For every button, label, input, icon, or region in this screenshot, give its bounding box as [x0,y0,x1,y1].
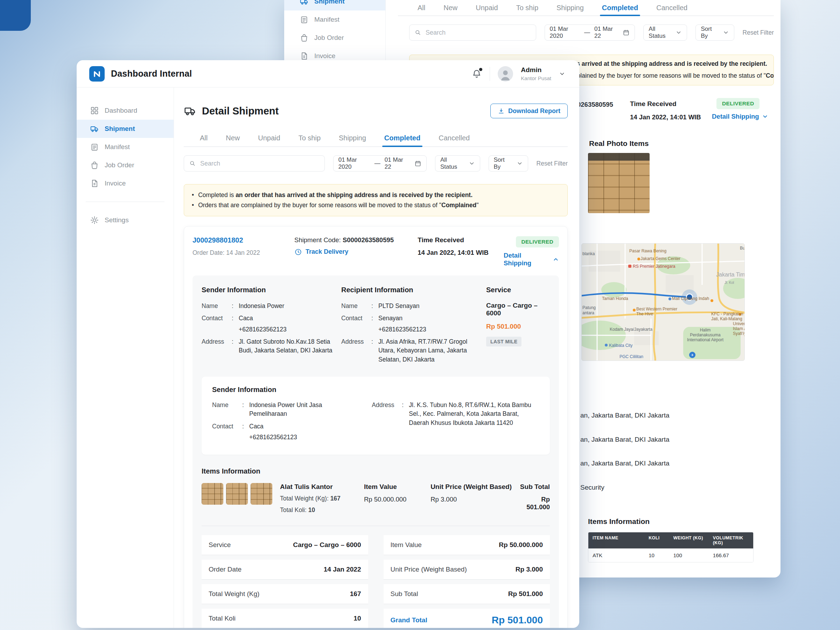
items-information-title: Items Information [202,467,550,475]
reset-filter-button[interactable]: Reset Filter [743,29,774,36]
map-label: RS Premier Jatinegara [633,264,675,269]
notifications-bell-icon[interactable] [471,69,482,79]
section-title: Recipient Information [341,286,478,294]
cell-item-name: ATK [588,548,644,562]
sidebar-item-job-order[interactable]: Job Order [77,156,174,174]
item-meta: Alat Tulis Kantor Total Weight (Kg): 167… [280,483,359,514]
chevron-down-icon [516,160,523,167]
item-photo[interactable] [251,483,272,505]
shipment-card: J000298801802 Order Date: 14 Jan 2022 Sh… [184,226,568,628]
filter-bar: 01 Mar 2020 — 01 Mar 22 All Status Sort … [184,155,568,172]
sidebar-item-label: Invoice [314,52,335,60]
sidebar-item-shipment[interactable]: Shipment [284,0,385,11]
item-total-koli: Total Koli: 10 [280,507,359,514]
summary-row: Order Date14 Jan 2022 [202,560,368,579]
tab-to-ship[interactable]: To ship [298,129,321,146]
sidebar-item-label: Job Order [105,161,134,169]
reset-filter-button[interactable]: Reset Filter [537,160,568,167]
map-canvas: ✈ [582,243,745,361]
date-range-picker[interactable]: 01 Mar 2020 — 01 Mar 22 [333,155,427,172]
user-info: Admin Kantor Pusat [521,66,551,81]
map-label: Best Western Premier The Hive [636,306,677,316]
avatar[interactable] [498,66,513,82]
status-filter-select[interactable]: All Status [435,155,480,172]
tab-cancelled[interactable]: Cancelled [439,129,470,146]
sidebar-item-label: Invoice [105,180,126,187]
calendar-icon [414,160,422,167]
table-row: ATK 10 100 166.67 [588,548,753,562]
bg-address-line: an, Jakarta Barat, DKI Jakarta [580,412,669,419]
tab-unpaid[interactable]: Unpaid [258,129,280,146]
date-to: 01 Mar 22 [385,156,410,171]
sidebar-item-job-order[interactable]: Job Order [284,29,385,47]
search-field [409,25,536,41]
item-row: Alat Tulis Kantor Total Weight (Kg): 167… [202,483,550,514]
date-range-picker[interactable]: 01 Mar 2020 — 01 Mar 22 [545,25,635,41]
sidebar-item-shipment[interactable]: Shipment [77,120,174,138]
chevron-up-icon [553,256,559,262]
sidebar-item-manifest[interactable]: Manifest [284,11,385,29]
map-label: Mall Cipinang Indah [672,296,709,301]
tab-new[interactable]: New [226,129,240,146]
gear-icon [90,216,99,225]
section-title: Sender Information [202,286,333,294]
cell-volumetrik: 166.67 [709,548,753,562]
status-filter-value: All Status [440,156,464,171]
bg-status-badge: DELIVERED [717,98,759,109]
tab-shipping[interactable]: Shipping [339,129,366,146]
summary-row: Sub TotalRp 501.000 [384,584,550,604]
tab-shipping[interactable]: Shipping [556,0,584,16]
sidebar-item-settings[interactable]: Settings [77,211,174,229]
tab-cancelled[interactable]: Cancelled [656,0,687,16]
order-number-link[interactable]: J000298801802 [193,236,243,244]
map-label: PGC Cililitan [619,354,643,359]
item-photo[interactable] [202,483,223,505]
tab-completed[interactable]: Completed [602,0,638,16]
tab-all[interactable]: All [200,129,208,146]
sidebar-item-invoice[interactable]: Invoice [77,174,174,193]
bg-detail-shipping-toggle[interactable]: Detail Shipping [712,113,768,120]
app-title: Dashboard Internal [111,69,192,79]
date-separator: — [584,29,590,36]
service-name: Cargo – Cargo – 6000 [486,302,550,317]
tab-to-ship[interactable]: To ship [516,0,538,16]
map-label: Jakarta Gems Center [641,256,681,261]
detail-shipping-toggle[interactable]: Detail Shipping [504,252,559,267]
sidebar-item-manifest[interactable]: Manifest [77,138,174,156]
bg-items-table-header: ITEM NAME KOLI WEIGHT (KG) VOLUMETRIK (K… [588,532,753,548]
sort-by-select[interactable]: Sort By [489,155,528,172]
track-delivery-link[interactable]: Track Delivery [294,248,418,256]
map-label: Kodam Jaya/Jayakarta [610,327,652,332]
real-photo-items-title: Real Photo Items [589,139,649,148]
chevron-down-icon [723,29,729,36]
search-input[interactable] [425,29,531,37]
user-menu-chevron-icon[interactable] [559,71,565,77]
clipboard-icon [300,15,309,24]
sidebar-item-dashboard[interactable]: Dashboard [77,101,174,120]
map-label: Universitas Islam As-Syafi'iyah [733,321,745,336]
search-field [184,155,325,172]
info-row: Address:Jl. K.S. Tubun No.8, RT.6/RW.1, … [372,401,539,427]
real-photo-image[interactable] [588,153,650,213]
tab-all[interactable]: All [418,0,425,16]
delivery-map[interactable]: ✈ blanka Pasar Rawa Bening Jakarta Gems … [581,243,745,361]
status-filter-select[interactable]: All Status [643,25,687,41]
grid-icon [90,106,99,115]
banner-line1: •Completed is an order that has arrived … [192,190,560,200]
bag-icon [300,33,309,43]
map-label: blanka [583,251,595,256]
search-input[interactable] [199,159,319,167]
tab-unpaid[interactable]: Unpaid [476,0,498,16]
sender-detail-card: Sender Information Name:Indonesia Power … [202,377,550,455]
tab-new[interactable]: New [444,0,458,16]
sort-by-select[interactable]: Sort By [695,25,734,41]
order-date: Order Date: 14 Jan 2022 [193,249,294,257]
tab-completed[interactable]: Completed [384,129,420,146]
sidebar-item-label: Shipment [314,0,345,5]
bg-items-information-title: Items Information [588,517,650,526]
map-label: Bu [740,246,745,251]
recipient-information: Recipient Information Name:PLTD Senayan … [341,286,478,368]
download-report-button[interactable]: Download Report [490,104,568,118]
item-photo[interactable] [226,483,248,505]
sidebar-item-label: Shipment [105,125,135,133]
